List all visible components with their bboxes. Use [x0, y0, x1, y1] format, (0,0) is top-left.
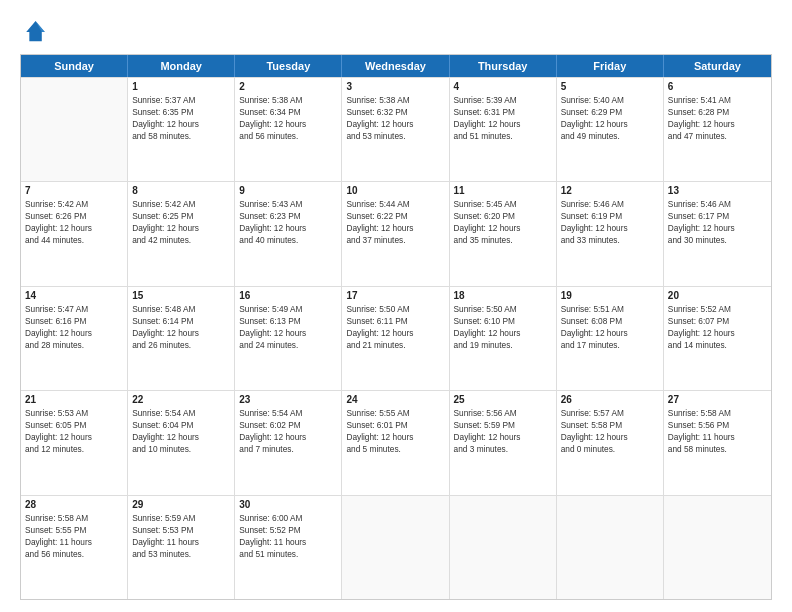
cell-line: and 47 minutes. [668, 130, 767, 142]
cell-line: Sunset: 6:28 PM [668, 106, 767, 118]
cell-line: and 26 minutes. [132, 339, 230, 351]
cell-line: Sunrise: 5:59 AM [132, 512, 230, 524]
cell-line: and 56 minutes. [25, 548, 123, 560]
cell-line: and 40 minutes. [239, 234, 337, 246]
day-number: 24 [346, 394, 444, 405]
cell-line: Sunrise: 5:37 AM [132, 94, 230, 106]
calendar-row-2: 14Sunrise: 5:47 AMSunset: 6:16 PMDayligh… [21, 286, 771, 390]
cell-line: Daylight: 12 hours [132, 118, 230, 130]
cell-line: Sunset: 6:22 PM [346, 210, 444, 222]
calendar-cell: 24Sunrise: 5:55 AMSunset: 6:01 PMDayligh… [342, 391, 449, 494]
weekday-header-thursday: Thursday [450, 55, 557, 77]
cell-line: Daylight: 12 hours [25, 431, 123, 443]
cell-line: Daylight: 12 hours [454, 222, 552, 234]
day-number: 7 [25, 185, 123, 196]
cell-line: and 12 minutes. [25, 443, 123, 455]
cell-line: Sunset: 6:20 PM [454, 210, 552, 222]
day-number: 16 [239, 290, 337, 301]
day-number: 5 [561, 81, 659, 92]
calendar-cell: 9Sunrise: 5:43 AMSunset: 6:23 PMDaylight… [235, 182, 342, 285]
day-number: 11 [454, 185, 552, 196]
cell-line: Daylight: 11 hours [132, 536, 230, 548]
cell-line: Daylight: 12 hours [132, 327, 230, 339]
cell-line: Daylight: 11 hours [25, 536, 123, 548]
cell-line: Sunset: 6:31 PM [454, 106, 552, 118]
cell-line: Sunset: 5:56 PM [668, 419, 767, 431]
calendar-cell: 14Sunrise: 5:47 AMSunset: 6:16 PMDayligh… [21, 287, 128, 390]
cell-line: Sunrise: 5:57 AM [561, 407, 659, 419]
calendar-cell: 28Sunrise: 5:58 AMSunset: 5:55 PMDayligh… [21, 496, 128, 599]
weekday-header-tuesday: Tuesday [235, 55, 342, 77]
cell-line: Sunrise: 5:43 AM [239, 198, 337, 210]
calendar-cell: 19Sunrise: 5:51 AMSunset: 6:08 PMDayligh… [557, 287, 664, 390]
cell-line: and 14 minutes. [668, 339, 767, 351]
day-number: 29 [132, 499, 230, 510]
calendar-cell: 13Sunrise: 5:46 AMSunset: 6:17 PMDayligh… [664, 182, 771, 285]
cell-line: Sunset: 6:13 PM [239, 315, 337, 327]
cell-line: Sunset: 6:01 PM [346, 419, 444, 431]
cell-line: Daylight: 12 hours [25, 327, 123, 339]
calendar-cell: 2Sunrise: 5:38 AMSunset: 6:34 PMDaylight… [235, 78, 342, 181]
cell-line: and 5 minutes. [346, 443, 444, 455]
day-number: 28 [25, 499, 123, 510]
day-number: 1 [132, 81, 230, 92]
logo [20, 18, 50, 46]
cell-line: Sunset: 5:52 PM [239, 524, 337, 536]
calendar-cell: 30Sunrise: 6:00 AMSunset: 5:52 PMDayligh… [235, 496, 342, 599]
cell-line: Daylight: 12 hours [561, 118, 659, 130]
calendar-cell: 26Sunrise: 5:57 AMSunset: 5:58 PMDayligh… [557, 391, 664, 494]
day-number: 12 [561, 185, 659, 196]
cell-line: and 44 minutes. [25, 234, 123, 246]
cell-line: Sunrise: 5:46 AM [668, 198, 767, 210]
cell-line: Sunrise: 5:54 AM [132, 407, 230, 419]
calendar-cell: 23Sunrise: 5:54 AMSunset: 6:02 PMDayligh… [235, 391, 342, 494]
cell-line: and 53 minutes. [346, 130, 444, 142]
header [20, 18, 772, 46]
cell-line: and 58 minutes. [132, 130, 230, 142]
calendar-row-4: 28Sunrise: 5:58 AMSunset: 5:55 PMDayligh… [21, 495, 771, 599]
cell-line: and 7 minutes. [239, 443, 337, 455]
day-number: 25 [454, 394, 552, 405]
calendar-cell: 16Sunrise: 5:49 AMSunset: 6:13 PMDayligh… [235, 287, 342, 390]
cell-line: and 17 minutes. [561, 339, 659, 351]
cell-line: and 51 minutes. [454, 130, 552, 142]
cell-line: Sunrise: 5:58 AM [668, 407, 767, 419]
cell-line: and 10 minutes. [132, 443, 230, 455]
calendar-cell: 5Sunrise: 5:40 AMSunset: 6:29 PMDaylight… [557, 78, 664, 181]
cell-line: Daylight: 12 hours [239, 222, 337, 234]
cell-line: Sunset: 6:34 PM [239, 106, 337, 118]
cell-line: and 42 minutes. [132, 234, 230, 246]
cell-line: Sunrise: 5:38 AM [346, 94, 444, 106]
calendar-cell: 22Sunrise: 5:54 AMSunset: 6:04 PMDayligh… [128, 391, 235, 494]
calendar-row-0: 1Sunrise: 5:37 AMSunset: 6:35 PMDaylight… [21, 77, 771, 181]
day-number: 9 [239, 185, 337, 196]
cell-line: Daylight: 12 hours [239, 327, 337, 339]
cell-line: Sunrise: 6:00 AM [239, 512, 337, 524]
cell-line: Sunset: 6:10 PM [454, 315, 552, 327]
cell-line: Daylight: 12 hours [132, 222, 230, 234]
cell-line: Sunrise: 5:41 AM [668, 94, 767, 106]
cell-line: Sunset: 6:32 PM [346, 106, 444, 118]
cell-line: Sunrise: 5:51 AM [561, 303, 659, 315]
cell-line: and 3 minutes. [454, 443, 552, 455]
cell-line: Sunset: 6:35 PM [132, 106, 230, 118]
day-number: 4 [454, 81, 552, 92]
cell-line: and 21 minutes. [346, 339, 444, 351]
cell-line: Sunset: 6:04 PM [132, 419, 230, 431]
cell-line: Sunrise: 5:53 AM [25, 407, 123, 419]
calendar-cell: 27Sunrise: 5:58 AMSunset: 5:56 PMDayligh… [664, 391, 771, 494]
cell-line: and 0 minutes. [561, 443, 659, 455]
logo-icon [20, 18, 48, 46]
calendar-cell: 25Sunrise: 5:56 AMSunset: 5:59 PMDayligh… [450, 391, 557, 494]
cell-line: Daylight: 11 hours [668, 431, 767, 443]
cell-line: Sunset: 6:07 PM [668, 315, 767, 327]
calendar-cell: 15Sunrise: 5:48 AMSunset: 6:14 PMDayligh… [128, 287, 235, 390]
calendar-cell [342, 496, 449, 599]
cell-line: Sunrise: 5:42 AM [25, 198, 123, 210]
cell-line: and 24 minutes. [239, 339, 337, 351]
cell-line: Sunset: 6:02 PM [239, 419, 337, 431]
cell-line: and 56 minutes. [239, 130, 337, 142]
day-number: 3 [346, 81, 444, 92]
cell-line: Sunset: 5:59 PM [454, 419, 552, 431]
day-number: 18 [454, 290, 552, 301]
